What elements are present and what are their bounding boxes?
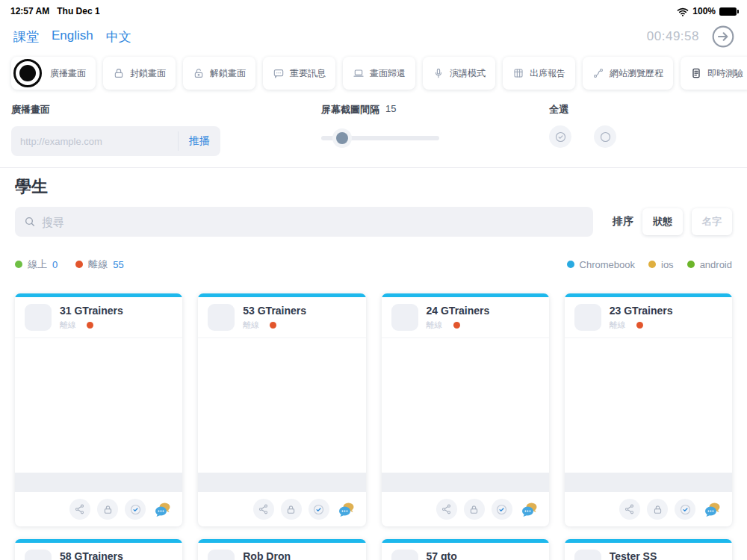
select-student-button[interactable] (309, 499, 329, 520)
lock-student-button[interactable] (281, 499, 302, 520)
android-dot-icon (687, 261, 695, 268)
message-student-button[interactable] (336, 499, 357, 520)
share-screen-button[interactable] (253, 499, 274, 520)
message-student-button[interactable] (702, 499, 723, 520)
screen-return-button[interactable]: 畫面歸還 (343, 57, 415, 90)
sort-by-name-button[interactable]: 名字 (692, 208, 732, 235)
microphone-icon (433, 67, 444, 79)
offline-dot-icon (75, 261, 83, 268)
instant-quiz-button[interactable]: 即時測驗 (681, 57, 747, 90)
card-header: Rob Dron 離線 (198, 543, 365, 560)
broadcast-group: 廣播畫面 推播 (11, 103, 220, 156)
battery-percent: 100% (692, 6, 716, 16)
card-band (382, 473, 549, 492)
student-status: 離線 (60, 320, 76, 331)
interval-slider-thumb[interactable] (336, 132, 348, 144)
nav-english[interactable]: English (52, 28, 93, 46)
card-footer (15, 492, 182, 526)
lock-icon (468, 504, 480, 515)
chromebook-dot-icon (567, 261, 574, 268)
avatar (391, 304, 418, 331)
online-dot-icon (15, 261, 22, 268)
student-card[interactable]: 53 GTrainers 離線 (198, 293, 365, 526)
card-footer (565, 492, 732, 526)
ios-legend: ios (648, 259, 674, 270)
check-circle-icon (679, 503, 692, 516)
offline-status-dot-icon (453, 322, 460, 329)
lock-student-button[interactable] (464, 499, 485, 520)
check-circle-icon (312, 503, 325, 516)
student-card[interactable]: 23 GTrainers 離線 (565, 293, 732, 526)
student-card[interactable]: Rob Dron 離線 (198, 539, 365, 560)
card-header: 57 gto 離線 (382, 543, 549, 560)
important-message-button[interactable]: 重要訊息 (263, 57, 335, 90)
lock-screen-button[interactable]: 封鎖畫面 (103, 57, 176, 90)
nav-classroom[interactable]: 課堂 (13, 28, 39, 46)
history-flow-icon (592, 67, 604, 79)
interval-group: 屏幕截圖間隔 15 (321, 103, 439, 140)
student-name: Tester SS (610, 550, 657, 560)
push-button[interactable]: 推播 (178, 131, 220, 151)
browsing-history-button[interactable]: 網站瀏覽歷程 (583, 57, 673, 90)
card-band (198, 473, 365, 492)
students-section: 學生 排序 狀態 名字 線上 0 離線 55 (0, 168, 747, 560)
student-card[interactable]: 31 GTrainers 離線 (15, 293, 182, 526)
lecture-mode-button[interactable]: 演講模式 (423, 57, 495, 90)
avatar (391, 550, 418, 560)
message-student-button[interactable] (152, 499, 173, 520)
status-legend: 線上 0 離線 55 (15, 258, 124, 271)
student-card[interactable]: 24 GTrainers 離線 (382, 293, 549, 526)
student-card[interactable]: 58 GTrainers 離線 (15, 539, 182, 560)
ios-dot-icon (648, 261, 656, 268)
students-title: 學生 (15, 175, 732, 198)
student-card[interactable]: 57 gto 離線 (382, 539, 549, 560)
avatar (208, 304, 235, 331)
share-screen-button[interactable] (436, 499, 457, 520)
quiz-icon (690, 67, 702, 79)
search-box (15, 207, 593, 237)
message-student-button[interactable] (519, 499, 540, 520)
lock-icon (652, 504, 663, 515)
check-circle-icon (129, 503, 142, 516)
message-icon (273, 67, 285, 79)
search-icon (24, 216, 36, 228)
clock-time: 12:57 AM (10, 6, 49, 16)
record-icon (13, 59, 42, 87)
student-card[interactable]: Tester SS 離線 (565, 539, 732, 560)
interval-slider[interactable] (321, 136, 439, 140)
status-bar: 12:57 AM Thu Dec 1 100% (0, 0, 747, 18)
nav-chinese[interactable]: 中文 (106, 28, 131, 46)
deselect-all-button[interactable] (594, 125, 616, 148)
student-name: 23 GTrainers (610, 304, 673, 317)
broadcast-url-box: 推播 (11, 126, 220, 156)
share-screen-button[interactable] (619, 499, 640, 520)
select-student-button[interactable] (492, 499, 512, 520)
unlock-screen-button[interactable]: 解鎖畫面 (183, 57, 255, 90)
select-all-button[interactable] (549, 125, 571, 148)
student-status: 離線 (610, 320, 626, 331)
broadcast-url-input[interactable] (11, 136, 178, 147)
attendance-report-button[interactable]: 出席報告 (503, 57, 575, 90)
select-student-button[interactable] (675, 499, 695, 520)
screen-preview (15, 338, 182, 473)
lock-student-button[interactable] (647, 499, 668, 520)
search-input[interactable] (42, 216, 584, 228)
online-legend: 線上 0 (15, 258, 58, 271)
share-screen-button[interactable] (69, 499, 90, 520)
check-circle-icon (495, 503, 508, 516)
broadcast-screen-button[interactable]: 廣播畫面 (11, 57, 96, 90)
chat-bubbles-icon (338, 501, 356, 517)
chromebook-legend: Chromebook (567, 259, 635, 270)
lock-icon (102, 504, 114, 515)
legend-row: 線上 0 離線 55 Chromebook ios android (15, 258, 732, 271)
broadcast-label: 廣播畫面 (11, 103, 220, 116)
lock-icon (285, 504, 297, 515)
chat-bubbles-icon (521, 501, 539, 517)
exit-button[interactable] (711, 25, 735, 49)
sort-by-status-button[interactable]: 狀態 (642, 208, 683, 235)
lock-icon (113, 67, 125, 79)
lock-student-button[interactable] (97, 499, 118, 520)
select-student-button[interactable] (125, 499, 146, 520)
select-all-group: 全選 (549, 103, 616, 148)
interval-value: 15 (385, 103, 396, 116)
